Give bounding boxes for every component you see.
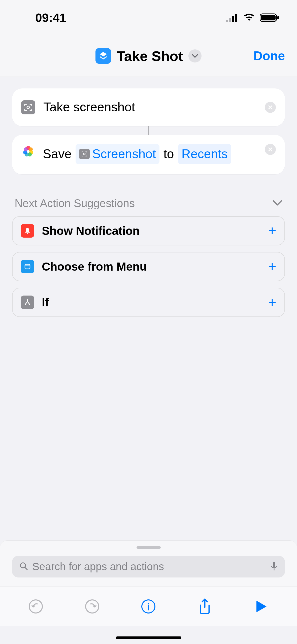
microphone-icon[interactable] (270, 561, 278, 572)
shortcut-title: Take Shot (117, 48, 183, 64)
status-icons (226, 13, 279, 22)
cellular-signal-icon (226, 14, 239, 22)
status-time: 09:41 (35, 11, 66, 25)
action-label: Save Screenshot to Recents (43, 144, 261, 165)
action-label: Take screenshot (43, 98, 261, 117)
variable-token-screenshot[interactable]: Screenshot (76, 144, 159, 165)
album-token-recents[interactable]: Recents (178, 144, 231, 165)
add-suggestion-button[interactable]: + (268, 295, 276, 309)
svg-point-21 (29, 304, 30, 305)
header-title-group[interactable]: Take Shot (95, 48, 202, 64)
svg-rect-24 (273, 562, 275, 567)
suggestion-if[interactable]: If + (12, 288, 285, 317)
menu-icon (21, 260, 34, 273)
shortcut-app-icon (95, 48, 111, 64)
save-verb: Save (43, 144, 72, 164)
photos-app-icon (21, 144, 35, 158)
delete-action-button[interactable] (265, 102, 276, 113)
svg-point-7 (27, 106, 29, 109)
add-suggestion-button[interactable]: + (268, 224, 276, 238)
editor-header: Take Shot Done (0, 35, 297, 77)
variable-name: Screenshot (92, 144, 156, 164)
action-search-sheet[interactable]: Search for apps and actions (0, 540, 297, 587)
svg-rect-3 (235, 14, 237, 22)
svg-point-19 (27, 299, 28, 301)
suggestion-choose-from-menu[interactable]: Choose from Menu + (12, 252, 285, 281)
battery-icon (260, 13, 279, 22)
chevron-down-icon[interactable] (188, 49, 202, 62)
suggestion-label: If (42, 296, 268, 309)
editor-toolbar (0, 587, 297, 626)
chevron-down-icon (272, 200, 282, 207)
status-bar: 09:41 (0, 0, 297, 35)
svg-rect-6 (277, 16, 279, 19)
suggestions-header[interactable]: Next Action Suggestions (12, 197, 285, 216)
screenshot-icon (21, 100, 35, 114)
search-input[interactable]: Search for apps and actions (12, 556, 285, 577)
sheet-grabber[interactable] (137, 546, 161, 549)
undo-button[interactable] (28, 598, 44, 615)
delete-action-button[interactable] (265, 144, 276, 155)
svg-point-26 (29, 600, 42, 613)
svg-rect-1 (229, 18, 231, 22)
next-action-suggestions: Next Action Suggestions Show Notificatio… (12, 197, 285, 317)
save-to-word: to (163, 144, 174, 164)
home-indicator[interactable] (116, 636, 181, 639)
branch-icon (21, 296, 34, 309)
action-save-to-album[interactable]: Save Screenshot to Recents (12, 135, 285, 175)
share-button[interactable] (197, 598, 213, 615)
wifi-icon (243, 13, 255, 22)
screenshot-icon (79, 149, 90, 159)
svg-point-15 (83, 153, 85, 155)
svg-point-29 (148, 603, 149, 604)
svg-rect-0 (226, 20, 228, 22)
svg-point-27 (86, 600, 99, 613)
svg-rect-16 (25, 264, 30, 269)
action-connector (148, 126, 149, 135)
suggestion-label: Choose from Menu (42, 260, 268, 273)
search-icon (19, 562, 28, 572)
suggestion-show-notification[interactable]: Show Notification + (12, 216, 285, 245)
svg-point-20 (25, 304, 26, 305)
suggestions-title: Next Action Suggestions (15, 197, 135, 210)
run-button[interactable] (253, 598, 269, 615)
album-name: Recents (182, 144, 228, 164)
redo-button[interactable] (84, 598, 100, 615)
add-suggestion-button[interactable]: + (268, 260, 276, 274)
svg-rect-5 (261, 15, 276, 20)
done-button[interactable]: Done (253, 49, 285, 63)
svg-point-14 (24, 147, 28, 151)
search-placeholder: Search for apps and actions (32, 561, 266, 573)
info-button[interactable] (140, 598, 156, 615)
svg-line-23 (25, 567, 27, 570)
bell-icon (21, 224, 34, 238)
svg-rect-2 (232, 16, 234, 22)
suggestion-label: Show Notification (42, 224, 268, 238)
action-take-screenshot[interactable]: Take screenshot (12, 88, 285, 126)
